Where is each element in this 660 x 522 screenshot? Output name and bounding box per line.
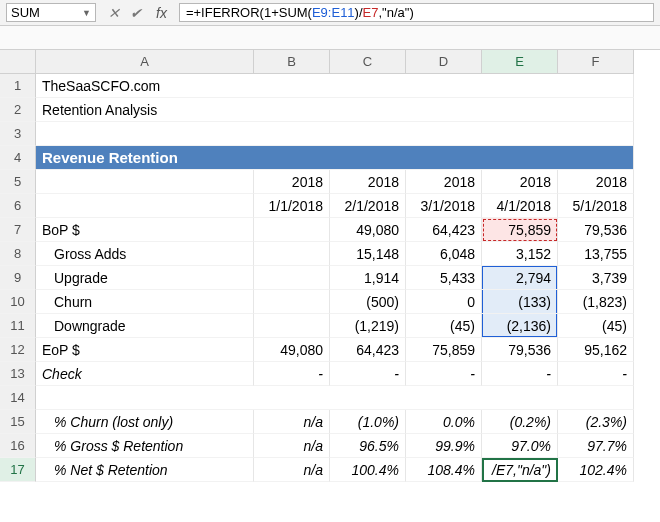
cell[interactable]	[36, 194, 254, 218]
spreadsheet-grid[interactable]: A B C D E F 1 TheSaaSCFO.com 2 Retention…	[0, 50, 660, 482]
row-header[interactable]: 15	[0, 410, 36, 434]
cell[interactable]: 79,536	[482, 338, 558, 362]
row-label[interactable]: Downgrade	[36, 314, 254, 338]
row-header[interactable]: 3	[0, 122, 36, 146]
cell[interactable]: 2018	[330, 170, 406, 194]
cell[interactable]: 3/1/2018	[406, 194, 482, 218]
row-header[interactable]: 9	[0, 266, 36, 290]
cell-referenced-e7[interactable]: 75,859	[482, 218, 558, 242]
col-header[interactable]: A	[36, 50, 254, 74]
cell[interactable]	[254, 266, 330, 290]
cell-range-e9[interactable]: 2,794	[482, 266, 558, 290]
cell-range-e10[interactable]: (133)	[482, 290, 558, 314]
row-label[interactable]: Gross Adds	[36, 242, 254, 266]
cell-range-e11[interactable]: (2,136)	[482, 314, 558, 338]
cell[interactable]: n/a	[254, 458, 330, 482]
cell[interactable]: (45)	[406, 314, 482, 338]
cell[interactable]	[254, 242, 330, 266]
cell[interactable]: 3,739	[558, 266, 634, 290]
empty-cell[interactable]	[36, 386, 634, 410]
cell[interactable]: 4/1/2018	[482, 194, 558, 218]
cell[interactable]: 97.0%	[482, 434, 558, 458]
cell[interactable]: 13,755	[558, 242, 634, 266]
cell[interactable]: (1,219)	[330, 314, 406, 338]
cell[interactable]: (45)	[558, 314, 634, 338]
col-header[interactable]: C	[330, 50, 406, 74]
cell[interactable]: (0.2%)	[482, 410, 558, 434]
row-header[interactable]: 6	[0, 194, 36, 218]
cell[interactable]: (500)	[330, 290, 406, 314]
cell[interactable]	[254, 218, 330, 242]
cell[interactable]: -	[406, 362, 482, 386]
select-all-corner[interactable]	[0, 50, 36, 74]
cell[interactable]: 2018	[254, 170, 330, 194]
row-header[interactable]: 13	[0, 362, 36, 386]
row-label[interactable]: Upgrade	[36, 266, 254, 290]
row-header[interactable]: 16	[0, 434, 36, 458]
col-header[interactable]: B	[254, 50, 330, 74]
row-header[interactable]: 11	[0, 314, 36, 338]
col-header[interactable]: E	[482, 50, 558, 74]
formula-input[interactable]: =+IFERROR(1+SUM(E9:E11)/E7,"n/a")	[179, 3, 654, 22]
cell[interactable]: 1/1/2018	[254, 194, 330, 218]
cell[interactable]: 108.4%	[406, 458, 482, 482]
cell[interactable]: 79,536	[558, 218, 634, 242]
cell[interactable]: -	[254, 362, 330, 386]
cell[interactable]: 96.5%	[330, 434, 406, 458]
row-header[interactable]: 14	[0, 386, 36, 410]
row-header[interactable]: 4	[0, 146, 36, 170]
row-label[interactable]: % Churn (lost only)	[36, 410, 254, 434]
name-box[interactable]: SUM ▼	[6, 3, 96, 22]
cell[interactable]: 75,859	[406, 338, 482, 362]
cell[interactable]: 1,914	[330, 266, 406, 290]
row-header[interactable]: 12	[0, 338, 36, 362]
cell[interactable]: 97.7%	[558, 434, 634, 458]
cell[interactable]: 102.4%	[558, 458, 634, 482]
row-label[interactable]: % Gross $ Retention	[36, 434, 254, 458]
row-header[interactable]: 10	[0, 290, 36, 314]
empty-cell[interactable]	[36, 122, 634, 146]
chevron-down-icon[interactable]: ▼	[82, 8, 91, 18]
row-header[interactable]: 2	[0, 98, 36, 122]
cell[interactable]: 100.4%	[330, 458, 406, 482]
row-label[interactable]: Check	[36, 362, 254, 386]
active-cell-e17[interactable]: /E7,"n/a")	[482, 458, 558, 482]
cell[interactable]: 2/1/2018	[330, 194, 406, 218]
cell[interactable]: 0	[406, 290, 482, 314]
cell[interactable]: (1,823)	[558, 290, 634, 314]
row-header[interactable]: 1	[0, 74, 36, 98]
row-header[interactable]: 5	[0, 170, 36, 194]
row-header[interactable]: 17	[0, 458, 36, 482]
cell[interactable]: n/a	[254, 410, 330, 434]
page-subtitle[interactable]: Retention Analysis	[36, 98, 634, 122]
row-label[interactable]: % Net $ Retention	[36, 458, 254, 482]
fx-icon[interactable]: fx	[156, 5, 167, 21]
cell[interactable]	[254, 314, 330, 338]
cell[interactable]: 49,080	[330, 218, 406, 242]
cell[interactable]	[36, 170, 254, 194]
cell[interactable]: (2.3%)	[558, 410, 634, 434]
cell[interactable]: -	[558, 362, 634, 386]
accept-icon[interactable]: ✔	[130, 5, 142, 21]
cell[interactable]: (1.0%)	[330, 410, 406, 434]
cell[interactable]: n/a	[254, 434, 330, 458]
section-header[interactable]: Revenue Retention	[36, 146, 634, 170]
cell[interactable]: 2018	[406, 170, 482, 194]
cell[interactable]: -	[482, 362, 558, 386]
cell[interactable]: -	[330, 362, 406, 386]
cell[interactable]: 15,148	[330, 242, 406, 266]
row-label[interactable]: EoP $	[36, 338, 254, 362]
cell[interactable]	[254, 290, 330, 314]
cell[interactable]: 6,048	[406, 242, 482, 266]
row-header[interactable]: 8	[0, 242, 36, 266]
cell[interactable]: 95,162	[558, 338, 634, 362]
cell[interactable]: 64,423	[406, 218, 482, 242]
cell[interactable]: 3,152	[482, 242, 558, 266]
row-label[interactable]: Churn	[36, 290, 254, 314]
cell[interactable]: 5,433	[406, 266, 482, 290]
cell[interactable]: 99.9%	[406, 434, 482, 458]
cell[interactable]: 64,423	[330, 338, 406, 362]
cell[interactable]: 2018	[558, 170, 634, 194]
cell[interactable]: 5/1/2018	[558, 194, 634, 218]
page-title[interactable]: TheSaaSCFO.com	[36, 74, 634, 98]
